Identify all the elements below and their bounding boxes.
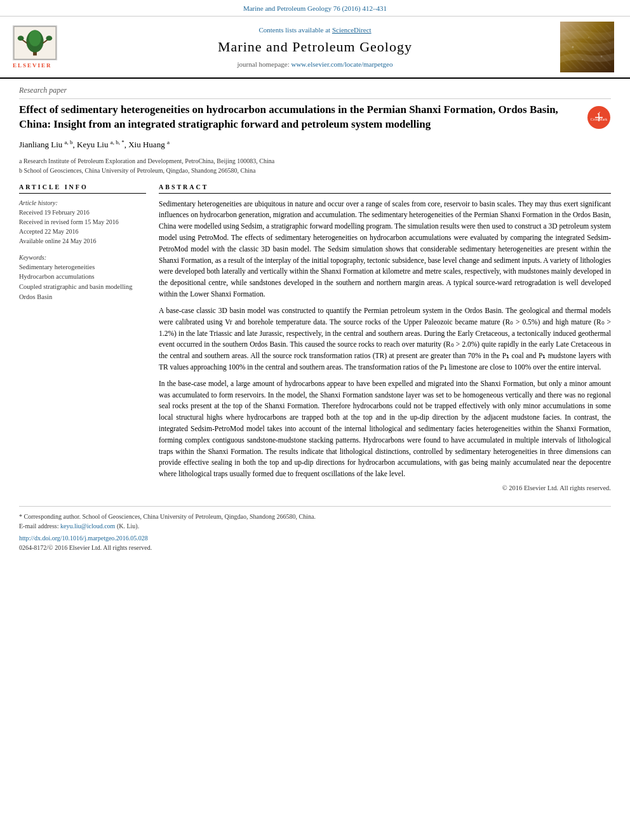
authors-line: Jianliang Liu a, b, Keyu Liu a, b, *, Xi… xyxy=(19,138,611,151)
journal-header-image xyxy=(560,22,617,72)
article-history-block: Article history: Received 19 February 20… xyxy=(19,199,146,246)
svg-point-13 xyxy=(582,59,583,60)
abstract-paragraph-3: In the base-case model, a large amount o… xyxy=(159,378,611,480)
journal-reference-text: Marine and Petroleum Geology 76 (2016) 4… xyxy=(243,4,387,12)
email-link[interactable]: keyu.liu@icloud.com xyxy=(60,523,115,530)
email-label: E-mail address: xyxy=(19,523,58,530)
journal-header: ELSEVIER Contents lists available at Sci… xyxy=(0,17,630,79)
journal-title: Marine and Petroleum Geology xyxy=(70,37,560,57)
crossmark-badge: ✓ CrossMark xyxy=(587,105,611,130)
journal-cover-image xyxy=(560,22,614,72)
homepage-url[interactable]: www.elsevier.com/locate/marpetgeo xyxy=(291,60,392,68)
article-info-column: ARTICLE INFO Article history: Received 1… xyxy=(19,183,146,493)
abstract-text: Sedimentary heterogeneities are ubiquito… xyxy=(159,199,611,481)
corresponding-author-text: * Corresponding author. School of Geosci… xyxy=(19,513,316,520)
svg-point-3 xyxy=(29,30,41,46)
available-date: Available online 24 May 2016 xyxy=(19,237,146,246)
abstract-label: ABSTRACT xyxy=(159,183,611,194)
keyword-1: Sedimentary heterogeneities xyxy=(19,263,146,272)
history-label-text: Article history: xyxy=(19,199,58,206)
abstract-column: ABSTRACT Sedimentary heterogeneities are… xyxy=(159,183,611,493)
article-title-section: Effect of sedimentary heterogeneities on… xyxy=(19,103,611,132)
two-column-layout: ARTICLE INFO Article history: Received 1… xyxy=(19,183,611,493)
doi-link[interactable]: http://dx.doi.org/10.1016/j.marpetgeo.20… xyxy=(19,535,148,542)
svg-rect-9 xyxy=(560,22,614,72)
contents-text: Contents lists available at xyxy=(258,26,330,34)
elsevier-tree-svg xyxy=(13,25,57,60)
footer-section: * Corresponding author. School of Geosci… xyxy=(19,506,611,556)
history-label: Article history: xyxy=(19,199,146,208)
svg-point-11 xyxy=(588,37,589,38)
svg-point-7 xyxy=(46,36,52,41)
affiliation-a: a Research Institute of Petroleum Explor… xyxy=(19,156,611,166)
issn-text: 0264-8172/© 2016 Elsevier Ltd. All right… xyxy=(19,544,152,551)
main-content: Research paper Effect of sedimentary het… xyxy=(0,79,630,505)
journal-reference-bar: Marine and Petroleum Geology 76 (2016) 4… xyxy=(0,0,630,17)
crossmark-svg: ✓ CrossMark xyxy=(587,105,611,130)
keywords-section: Keywords: Sedimentary heterogeneities Hy… xyxy=(19,253,146,302)
elsevier-icon xyxy=(13,25,57,60)
elsevier-logo-section: ELSEVIER xyxy=(13,25,70,70)
affiliation-b: b School of Geosciences, China Universit… xyxy=(19,166,611,175)
keywords-label: Keywords: xyxy=(19,253,146,262)
elsevier-label: ELSEVIER xyxy=(13,62,70,70)
science-direct-link[interactable]: ScienceDirect xyxy=(332,26,372,34)
abstract-paragraph-2: A base-case classic 3D basin model was c… xyxy=(159,305,611,373)
svg-point-10 xyxy=(572,46,574,48)
keyword-2: Hydrocarbon accumulations xyxy=(19,272,146,282)
email-suffix: (K. Liu). xyxy=(117,523,139,530)
revised-date: Received in revised form 15 May 2016 xyxy=(19,218,146,227)
article-type: Research paper xyxy=(19,85,611,99)
abstract-paragraph-1: Sedimentary heterogeneities are ubiquito… xyxy=(159,199,611,300)
author-3: Xiu Huang a xyxy=(128,140,170,149)
keyword-3: Coupled stratigraphic and basin modellin… xyxy=(19,283,146,292)
science-direct-line: Contents lists available at ScienceDirec… xyxy=(70,25,560,35)
keywords-label-text: Keywords: xyxy=(19,254,46,261)
affiliations: a Research Institute of Petroleum Explor… xyxy=(19,156,611,175)
author-1: Jianliang Liu a, b, xyxy=(19,140,77,149)
homepage-prefix: journal homepage: xyxy=(238,60,290,68)
corresponding-author-line: * Corresponding author. School of Geosci… xyxy=(19,512,611,521)
accepted-date: Accepted 22 May 2016 xyxy=(19,227,146,236)
article-title: Effect of sedimentary heterogeneities on… xyxy=(19,103,587,132)
svg-point-6 xyxy=(18,36,24,41)
svg-point-12 xyxy=(601,56,603,58)
journal-header-center: Contents lists available at ScienceDirec… xyxy=(70,25,560,70)
author-2: Keyu Liu a, b, *, xyxy=(77,140,128,149)
keyword-4: Ordos Basin xyxy=(19,293,146,302)
copyright-line: © 2016 Elsevier Ltd. All rights reserved… xyxy=(159,484,611,493)
journal-homepage: journal homepage: www.elsevier.com/locat… xyxy=(70,60,560,69)
article-info-label: ARTICLE INFO xyxy=(19,183,146,194)
cover-svg xyxy=(560,22,614,72)
received-date: Received 19 February 2016 xyxy=(19,208,146,217)
email-line: E-mail address: keyu.liu@icloud.com (K. … xyxy=(19,521,611,531)
